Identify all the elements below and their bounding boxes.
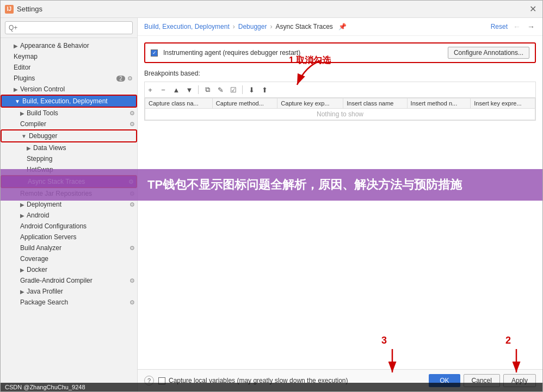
build-analyzer-settings-icon: ⚙	[129, 245, 135, 252]
sidebar-item-application-servers[interactable]: Application Servers	[1, 232, 137, 242]
plugins-badge: 2	[116, 76, 125, 82]
sidebar-item-java-profiler[interactable]: ▶ Java Profiler	[1, 286, 137, 297]
toggle-button[interactable]: ☑	[228, 84, 239, 95]
toolbar-separator2	[242, 85, 243, 94]
checkbox-item: ✓	[151, 49, 158, 57]
sidebar-item-build-tools[interactable]: ▶ Build Tools ⚙	[1, 108, 137, 119]
sidebar-item-stepping[interactable]: Stepping	[1, 153, 137, 164]
deployment-settings-icon: ⚙	[129, 201, 135, 208]
back-button[interactable]: ←	[512, 21, 522, 32]
sidebar-item-label: Java Profiler	[27, 288, 63, 295]
nothing-to-show: Nothing to show	[145, 109, 535, 120]
search-box	[1, 18, 137, 38]
import-button[interactable]: ⬇	[246, 84, 257, 95]
move-up-button[interactable]: ▲	[171, 84, 182, 95]
forward-button[interactable]: →	[526, 21, 536, 32]
sidebar-item-label: Build Analyzer	[20, 244, 61, 252]
agent-row: ✓ Instrumenting agent (requires debugger…	[144, 42, 536, 63]
export-button[interactable]: ⬆	[259, 84, 270, 95]
breakpoints-table: Capture class na... Capture method... Ca…	[145, 98, 535, 120]
sidebar-item-label: Build Tools	[27, 109, 58, 117]
sidebar-item-package-search[interactable]: Package Search ⚙	[1, 297, 137, 308]
sidebar-item-build-exec[interactable]: ▼ Build, Execution, Deployment	[1, 95, 137, 108]
sidebar-item-keymap[interactable]: Keymap	[1, 51, 137, 62]
search-input[interactable]	[5, 21, 133, 34]
nav-tree: ▶ Appearance & Behavior Keymap Editor Pl…	[1, 38, 137, 391]
expand-icon: ▶	[20, 289, 24, 295]
sidebar-item-remote-jar[interactable]: Remote Jar Repositories ⚙	[1, 188, 137, 199]
sidebar-item-label: Plugins	[14, 74, 35, 82]
expand-icon: ▼	[15, 98, 20, 104]
copy-button[interactable]: ⧉	[202, 84, 213, 95]
sidebar-item-coverage[interactable]: Coverage	[1, 253, 137, 264]
breadcrumb-part2: Debugger	[238, 23, 267, 30]
sidebar-item-version-control[interactable]: ▶ Version Control	[1, 84, 137, 95]
breadcrumb-part3: Async Stack Traces	[275, 23, 332, 30]
sidebar-item-editor[interactable]: Editor	[1, 62, 137, 73]
reset-link[interactable]: Reset	[491, 23, 508, 30]
edit-button[interactable]: ✎	[215, 84, 226, 95]
remove-button[interactable]: −	[158, 84, 169, 95]
sidebar-item-compiler[interactable]: Compiler ⚙	[1, 119, 137, 129]
sidebar-item-deployment[interactable]: ▶ Deployment ⚙	[1, 199, 137, 210]
sidebar-item-plugins[interactable]: Plugins 2 ⚙	[1, 73, 137, 84]
close-button[interactable]: ✕	[527, 4, 538, 15]
col-insert-class: Insert class name	[343, 98, 407, 109]
table-body: Nothing to show	[145, 109, 535, 120]
move-down-button[interactable]: ▼	[184, 84, 195, 95]
sidebar: ▶ Appearance & Behavior Keymap Editor Pl…	[1, 18, 138, 391]
sidebar-item-label: Gradle-Android Compiler	[20, 277, 92, 284]
col-capture-method: Capture method...	[212, 98, 277, 109]
sidebar-item-android[interactable]: ▶ Android	[1, 210, 137, 221]
apply-button[interactable]: Apply	[503, 374, 536, 387]
ok-button[interactable]: OK	[429, 374, 460, 387]
capture-local-checkbox[interactable]	[158, 377, 165, 384]
sidebar-item-docker[interactable]: ▶ Docker	[1, 264, 137, 275]
expand-icon: ▶	[14, 43, 18, 49]
cancel-button[interactable]: Cancel	[464, 374, 500, 387]
breadcrumb-part1: Build, Execution, Deployment	[144, 23, 230, 30]
add-button[interactable]: +	[145, 84, 156, 95]
col-insert-method: Insert method n...	[407, 98, 471, 109]
sidebar-item-label: Appearance & Behavior	[20, 42, 89, 49]
instrumenting-checkbox[interactable]: ✓	[151, 49, 158, 57]
sidebar-item-android-configs[interactable]: Android Configurations	[1, 221, 137, 232]
help-button[interactable]: ?	[144, 376, 154, 385]
sidebar-item-label: Android Configurations	[20, 222, 87, 230]
col-capture-class: Capture class na...	[145, 98, 213, 109]
compiler-settings-icon: ⚙	[129, 121, 135, 128]
sidebar-item-label: Docker	[27, 266, 47, 273]
sidebar-item-label: Async Stack Traces	[28, 178, 85, 185]
main-panel: Build, Execution, Deployment › Debugger …	[138, 18, 542, 391]
sidebar-item-label: Build, Execution, Deployment	[22, 97, 108, 105]
window-title: Settings	[17, 5, 527, 13]
capture-local-label: Capture local variables (may greatly slo…	[169, 377, 348, 384]
remote-jar-settings-icon: ⚙	[129, 190, 135, 197]
sidebar-item-gradle-android[interactable]: Gradle-Android Compiler ⚙	[1, 275, 137, 286]
table-toolbar: + − ▲ ▼ ⧉ ✎ ☑ ⬇ ⬆	[145, 82, 535, 98]
sidebar-item-appearance[interactable]: ▶ Appearance & Behavior	[1, 40, 137, 51]
sidebar-item-label: HotSwap	[27, 166, 53, 173]
panel-content: ✓ Instrumenting agent (requires debugger…	[138, 36, 542, 369]
sidebar-item-build-analyzer[interactable]: Build Analyzer ⚙	[1, 242, 137, 253]
capture-local-item: Capture local variables (may greatly slo…	[158, 377, 348, 384]
sidebar-item-label: Deployment	[27, 201, 61, 208]
package-search-settings-icon: ⚙	[129, 299, 135, 306]
settings-window: IJ Settings ✕ ▶ Appearance & Behavior Ke…	[0, 0, 543, 392]
breadcrumb-sep2: ›	[270, 23, 272, 30]
sidebar-item-label: Remote Jar Repositories	[20, 190, 92, 197]
sidebar-item-hotswap[interactable]: HotSwap	[1, 164, 137, 175]
breadcrumb-pin: 📌	[338, 23, 347, 30]
sidebar-item-label: Stepping	[27, 155, 52, 163]
bottom-actions: OK Cancel Apply	[429, 374, 536, 387]
build-tools-settings-icon: ⚙	[129, 110, 135, 117]
sidebar-item-label: Package Search	[20, 298, 68, 306]
sidebar-item-debugger[interactable]: ▼ Debugger	[1, 129, 137, 142]
sidebar-item-async-stack-traces[interactable]: Async Stack Traces ⚙	[1, 175, 137, 188]
title-bar: IJ Settings ✕	[1, 1, 542, 18]
configure-annotations-button[interactable]: Configure Annotations...	[448, 47, 529, 59]
sidebar-item-data-views[interactable]: ▶ Data Views	[1, 142, 137, 153]
expand-icon: ▶	[27, 145, 31, 151]
breakpoints-label: Breakpoints based:	[144, 70, 536, 77]
expand-icon: ▼	[21, 133, 27, 139]
